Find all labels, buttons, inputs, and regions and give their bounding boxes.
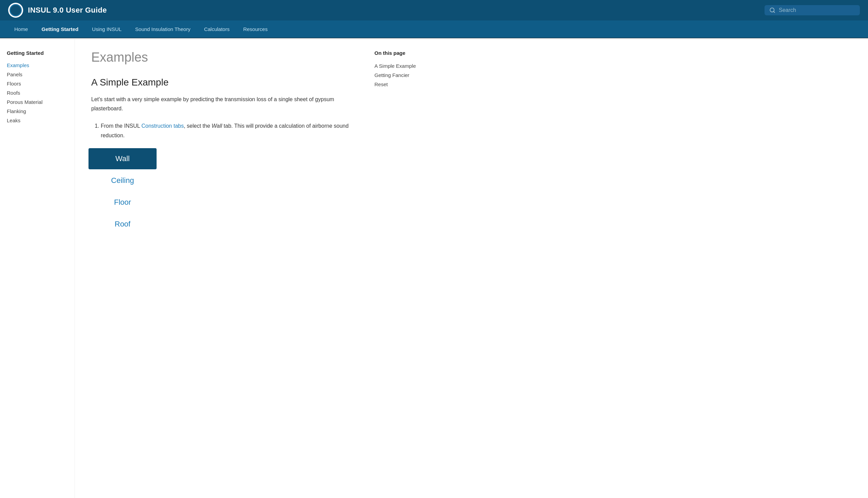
logo-icon xyxy=(8,3,23,18)
roof-tab[interactable]: Roof xyxy=(89,213,157,235)
sidebar-item-roofs[interactable]: Roofs xyxy=(7,88,68,97)
construction-tabs-link[interactable]: Construction tabs xyxy=(141,123,184,129)
nav-item-calculators[interactable]: Calculators xyxy=(198,24,235,35)
step1-prefix: From the INSUL xyxy=(101,123,141,129)
on-this-page-heading: On this page xyxy=(375,50,436,56)
right-sidebar: On this page A Simple Example Getting Fa… xyxy=(368,39,443,498)
search-input[interactable] xyxy=(779,7,855,13)
logo-inner xyxy=(10,4,22,16)
site-title: INSUL 9.0 User Guide xyxy=(28,6,107,15)
nav-bar: Home Getting Started Using INSUL Sound I… xyxy=(0,21,868,38)
sidebar-item-panels[interactable]: Panels xyxy=(7,70,68,79)
sidebar-item-examples[interactable]: Examples xyxy=(7,61,68,70)
step-1: From the INSUL Construction tabs, select… xyxy=(101,121,351,140)
top-bar-left: INSUL 9.0 User Guide xyxy=(8,3,107,18)
page-title: Examples xyxy=(91,50,351,65)
construction-tabs-image: Wall Ceiling Floor Roof xyxy=(89,148,351,235)
sidebar-item-flanking[interactable]: Flanking xyxy=(7,107,68,116)
toc-link-getting-fancier[interactable]: Getting Fancier xyxy=(375,70,436,80)
nav-item-getting-started[interactable]: Getting Started xyxy=(36,24,84,35)
section1-paragraph: Let's start with a very simple example b… xyxy=(91,95,351,113)
ceiling-tab[interactable]: Ceiling xyxy=(89,170,157,191)
sidebar-item-leaks[interactable]: Leaks xyxy=(7,116,68,125)
nav-item-using-insul[interactable]: Using INSUL xyxy=(86,24,128,35)
toc-link-simple-example[interactable]: A Simple Example xyxy=(375,61,436,70)
search-box[interactable] xyxy=(764,5,860,15)
steps-list: From the INSUL Construction tabs, select… xyxy=(91,121,351,140)
wall-tab[interactable]: Wall xyxy=(89,148,157,169)
step1-italic: Wall xyxy=(212,123,222,129)
sidebar-item-porous-material[interactable]: Porous Material xyxy=(7,97,68,107)
left-sidebar: Getting Started Examples Panels Floors R… xyxy=(0,39,75,498)
toc-link-reset[interactable]: Reset xyxy=(375,80,436,89)
top-bar: INSUL 9.0 User Guide xyxy=(0,0,868,21)
page-layout: Getting Started Examples Panels Floors R… xyxy=(0,39,868,498)
floor-tab[interactable]: Floor xyxy=(89,192,157,213)
sidebar-item-floors[interactable]: Floors xyxy=(7,79,68,88)
step1-suffix: , select the xyxy=(184,123,212,129)
nav-item-resources[interactable]: Resources xyxy=(237,24,274,35)
nav-item-sound-insulation-theory[interactable]: Sound Insulation Theory xyxy=(129,24,196,35)
nav-item-home[interactable]: Home xyxy=(8,24,34,35)
section1-title: A Simple Example xyxy=(91,77,351,88)
sidebar-heading: Getting Started xyxy=(7,50,68,56)
main-content: Examples A Simple Example Let's start wi… xyxy=(75,39,368,498)
svg-line-1 xyxy=(773,11,774,12)
search-icon xyxy=(769,7,775,13)
